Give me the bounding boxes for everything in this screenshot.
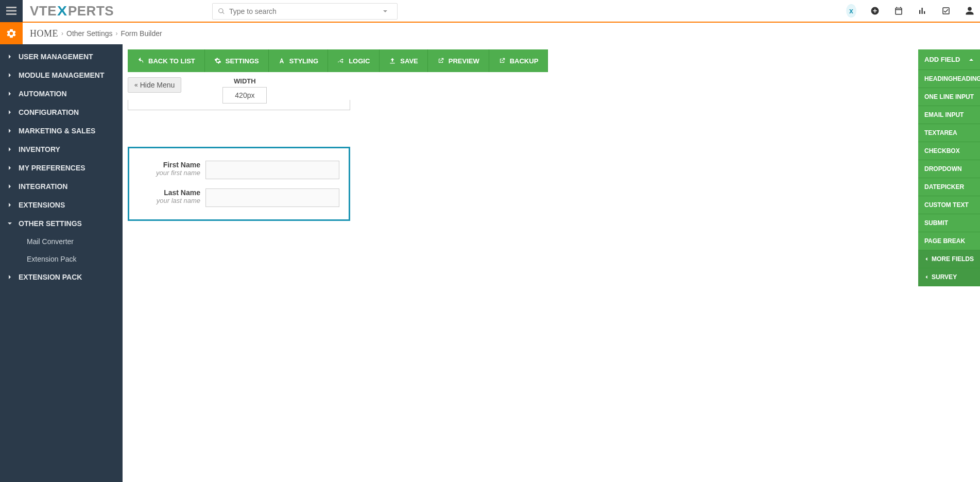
sidebar-item-extension-pack[interactable]: EXTENSION PACK — [0, 268, 123, 286]
calendar-icon — [894, 6, 903, 15]
logo: VTEXPERTS — [30, 3, 114, 19]
panel-title: ADD FIELD — [924, 56, 960, 63]
chevron-right-icon — [7, 147, 12, 152]
button-label: PREVIEW — [449, 57, 479, 65]
sidebar-item-label: MARKETING & SALES — [19, 127, 95, 135]
logic-button[interactable]: LOGIC — [328, 49, 380, 72]
button-label: BACKUP — [510, 57, 539, 65]
sidebar-item-automation[interactable]: AUTOMATION — [0, 84, 123, 103]
vtex-icon-button[interactable]: x — [846, 6, 856, 16]
sidebar-item-label: USER MANAGEMENT — [19, 53, 93, 61]
double-chevron-left-icon: « — [134, 81, 138, 89]
sidebar-item-label: MY PREFERENCES — [19, 164, 85, 172]
settings-gear-button[interactable] — [0, 23, 23, 44]
topbar: VTEXPERTS x — [0, 0, 980, 23]
sidebar-item-marketing-sales[interactable]: MARKETING & SALES — [0, 122, 123, 140]
sidebar-item-extensions[interactable]: EXTENSIONS — [0, 196, 123, 214]
shuffle-icon — [337, 57, 345, 64]
field-type-datepicker[interactable]: DATEPICKER — [918, 178, 980, 196]
chevron-right-icon — [7, 54, 12, 59]
sidebar-item-label: MODULE MANAGEMENT — [19, 71, 104, 79]
field-type-submit[interactable]: SUBMIT — [918, 214, 980, 232]
sidebar-item-integration[interactable]: INTEGRATION — [0, 177, 123, 196]
sidebar-item-other-settings[interactable]: OTHER SETTINGS — [0, 214, 123, 233]
settings-sidebar: USER MANAGEMENT MODULE MANAGEMENT AUTOMA… — [0, 44, 123, 482]
hide-menu-button[interactable]: «Hide Menu — [128, 77, 181, 93]
sidebar-item-label: OTHER SETTINGS — [19, 219, 82, 228]
breadcrumb-home[interactable]: HOME — [30, 28, 58, 39]
sidebar-item-label: EXTENSION PACK — [19, 273, 82, 281]
button-label: STYLING — [289, 57, 318, 65]
styling-button[interactable]: STYLING — [269, 49, 328, 72]
chevron-right-icon — [7, 91, 12, 96]
sidebar-sub-extension-pack[interactable]: Extension Pack — [0, 250, 123, 268]
backup-button[interactable]: BACKUP — [489, 49, 548, 72]
sidebar-item-label: EXTENSIONS — [19, 201, 65, 209]
add-field-header[interactable]: ADD FIELD — [918, 49, 980, 70]
search-wrap — [212, 3, 398, 20]
vtex-icon: x — [846, 4, 856, 18]
svg-rect-1 — [6, 10, 16, 12]
svg-rect-0 — [6, 7, 16, 8]
width-label: WIDTH — [222, 77, 267, 85]
chevron-right-icon — [7, 184, 12, 189]
field-type-checkbox[interactable]: CHECKBOX — [918, 142, 980, 160]
breadcrumb-last: Form Builder — [121, 29, 162, 38]
sidebar-item-module-management[interactable]: MODULE MANAGEMENT — [0, 66, 123, 84]
more-fields-button[interactable]: MORE FIELDS — [918, 250, 980, 268]
add-button[interactable] — [870, 6, 880, 16]
add-field-panel: ADD FIELD HEADINGHEADING ONE LINE INPUT … — [918, 49, 980, 286]
preview-button[interactable]: PREVIEW — [428, 49, 489, 72]
button-label: SAVE — [400, 57, 418, 65]
search-input[interactable] — [229, 7, 383, 15]
upload-icon — [389, 57, 396, 64]
sidebar-item-user-management[interactable]: USER MANAGEMENT — [0, 47, 123, 66]
field-type-dropdown[interactable]: DROPDOWN — [918, 160, 980, 178]
hamburger-menu[interactable] — [0, 0, 23, 22]
chevron-right-icon — [7, 110, 12, 115]
form-canvas[interactable]: First Name your first name Last Name you… — [128, 147, 350, 221]
chevron-up-icon — [969, 57, 974, 62]
settings-button[interactable]: SETTINGS — [205, 49, 269, 72]
last-name-input[interactable] — [205, 188, 339, 207]
survey-button[interactable]: SURVEY — [918, 268, 980, 286]
chevron-right-icon — [7, 274, 12, 280]
sidebar-item-inventory[interactable]: INVENTORY — [0, 140, 123, 159]
chevron-right-icon — [7, 202, 12, 208]
chevron-left-icon — [924, 275, 929, 279]
sidebar-sub-mail-converter[interactable]: Mail Converter — [0, 233, 123, 250]
user-button[interactable] — [965, 6, 975, 16]
calendar-button[interactable] — [893, 6, 904, 16]
user-icon — [965, 6, 974, 15]
external-link-icon — [437, 57, 444, 64]
field-type-page-break[interactable]: PAGE BREAK — [918, 232, 980, 250]
form-field-last-name[interactable]: Last Name your last name — [139, 188, 339, 207]
field-type-heading[interactable]: HEADINGHEADING — [918, 70, 980, 88]
form-label-col: First Name your first name — [139, 161, 205, 177]
sidebar-item-my-preferences[interactable]: MY PREFERENCES — [0, 159, 123, 177]
bar-chart-icon — [918, 6, 927, 15]
field-label: First Name — [139, 161, 200, 169]
field-type-email-input[interactable]: EMAIL INPUT — [918, 106, 980, 124]
field-hint: your last name — [139, 197, 200, 204]
menu-icon — [6, 7, 16, 15]
field-type-one-line-input[interactable]: ONE LINE INPUT — [918, 88, 980, 106]
tasks-button[interactable] — [941, 6, 951, 16]
field-type-custom-text[interactable]: CUSTOM TEXT — [918, 196, 980, 214]
first-name-input[interactable] — [205, 161, 339, 179]
width-ruler — [128, 100, 350, 110]
action-toolbar: BACK TO LIST SETTINGS STYLING LOGIC SAVE… — [128, 49, 980, 72]
reports-button[interactable] — [917, 6, 927, 16]
save-button[interactable]: SAVE — [380, 49, 427, 72]
button-label: BACK TO LIST — [148, 57, 195, 65]
sidebar-item-configuration[interactable]: CONFIGURATION — [0, 103, 123, 122]
plus-circle-icon — [870, 6, 880, 15]
sidebar-item-label: INVENTORY — [19, 145, 60, 153]
form-field-first-name[interactable]: First Name your first name — [139, 161, 339, 179]
field-type-textarea[interactable]: TEXTAREA — [918, 124, 980, 142]
breadcrumbs: HOME › Other Settings › Form Builder — [30, 28, 162, 39]
chevron-left-icon — [924, 257, 929, 261]
global-search[interactable] — [212, 3, 398, 20]
breadcrumb-mid[interactable]: Other Settings — [66, 29, 113, 38]
back-to-list-button[interactable]: BACK TO LIST — [128, 49, 205, 72]
